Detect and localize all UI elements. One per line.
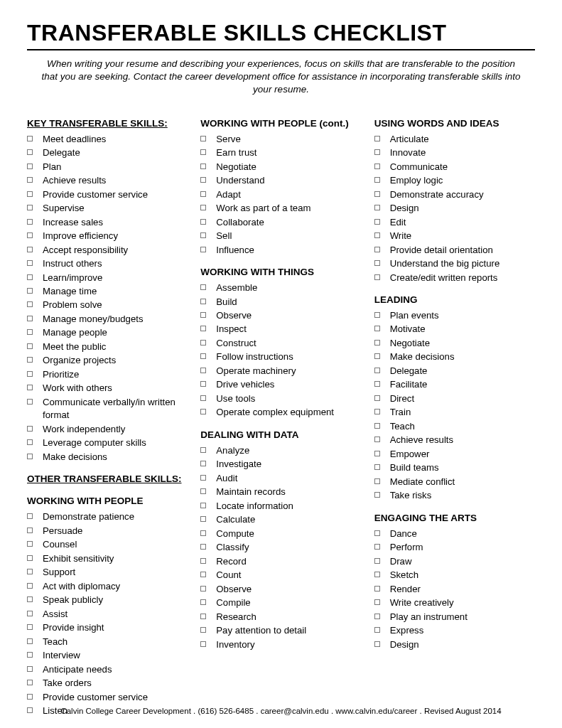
checkbox-icon[interactable] [27, 426, 33, 432]
checkbox-icon[interactable] [374, 340, 380, 346]
checkbox-icon[interactable] [374, 544, 380, 550]
checkbox-icon[interactable] [374, 353, 380, 359]
checkbox-icon[interactable] [374, 409, 380, 414]
checkbox-icon[interactable] [200, 326, 206, 331]
checkbox-icon[interactable] [374, 205, 380, 210]
checkbox-icon[interactable] [27, 232, 33, 238]
checkbox-icon[interactable] [200, 219, 206, 225]
checkbox-icon[interactable] [374, 641, 380, 647]
checkbox-icon[interactable] [374, 464, 380, 470]
checkbox-icon[interactable] [27, 164, 33, 169]
checkbox-icon[interactable] [374, 260, 380, 266]
checkbox-icon[interactable] [27, 371, 33, 377]
checkbox-icon[interactable] [27, 694, 33, 700]
checkbox-icon[interactable] [200, 614, 206, 619]
checkbox-icon[interactable] [27, 316, 33, 321]
checkbox-icon[interactable] [200, 353, 206, 359]
checkbox-icon[interactable] [27, 528, 33, 533]
checkbox-icon[interactable] [200, 503, 206, 508]
checkbox-icon[interactable] [374, 423, 380, 429]
checkbox-icon[interactable] [27, 343, 33, 349]
checkbox-icon[interactable] [374, 149, 380, 155]
checkbox-icon[interactable] [27, 569, 33, 574]
checkbox-icon[interactable] [200, 368, 206, 373]
checkbox-icon[interactable] [27, 205, 33, 210]
checkbox-icon[interactable] [374, 451, 380, 456]
checkbox-icon[interactable] [27, 652, 33, 658]
checkbox-icon[interactable] [200, 247, 206, 252]
checkbox-icon[interactable] [200, 599, 206, 605]
checkbox-icon[interactable] [374, 381, 380, 387]
checkbox-icon[interactable] [374, 558, 380, 564]
checkbox-icon[interactable] [27, 680, 33, 685]
checkbox-icon[interactable] [27, 611, 33, 616]
checkbox-icon[interactable] [27, 596, 33, 602]
checkbox-icon[interactable] [200, 475, 206, 481]
checkbox-icon[interactable] [27, 399, 33, 405]
checkbox-icon[interactable] [374, 232, 380, 238]
checkbox-icon[interactable] [200, 627, 206, 633]
checkbox-icon[interactable] [374, 395, 380, 401]
checkbox-icon[interactable] [200, 395, 206, 401]
checkbox-icon[interactable] [200, 544, 206, 550]
checkbox-icon[interactable] [27, 439, 33, 445]
checkbox-icon[interactable] [374, 614, 380, 619]
checkbox-icon[interactable] [374, 437, 380, 442]
checkbox-icon[interactable] [200, 136, 206, 141]
checkbox-icon[interactable] [200, 641, 206, 647]
checkbox-icon[interactable] [200, 149, 206, 155]
checkbox-icon[interactable] [27, 329, 33, 335]
checkbox-icon[interactable] [200, 164, 206, 169]
checkbox-icon[interactable] [27, 555, 33, 561]
checkbox-icon[interactable] [374, 247, 380, 252]
checkbox-icon[interactable] [200, 516, 206, 522]
checkbox-icon[interactable] [374, 164, 380, 169]
checkbox-icon[interactable] [200, 284, 206, 290]
checkbox-icon[interactable] [200, 461, 206, 466]
checkbox-icon[interactable] [27, 191, 33, 197]
checkbox-icon[interactable] [374, 572, 380, 577]
checkbox-icon[interactable] [200, 409, 206, 414]
checkbox-icon[interactable] [27, 357, 33, 363]
checkbox-icon[interactable] [27, 624, 33, 630]
checkbox-icon[interactable] [200, 586, 206, 592]
checkbox-icon[interactable] [27, 454, 33, 459]
checkbox-icon[interactable] [200, 530, 206, 536]
checkbox-icon[interactable] [374, 219, 380, 225]
checkbox-icon[interactable] [200, 177, 206, 183]
checkbox-icon[interactable] [27, 247, 33, 252]
checkbox-icon[interactable] [27, 177, 33, 183]
checkbox-icon[interactable] [200, 572, 206, 577]
checkbox-icon[interactable] [374, 586, 380, 592]
checkbox-icon[interactable] [27, 513, 33, 519]
checkbox-icon[interactable] [27, 136, 33, 141]
checkbox-icon[interactable] [374, 326, 380, 331]
checkbox-icon[interactable] [200, 381, 206, 387]
checkbox-icon[interactable] [27, 274, 33, 280]
checkbox-icon[interactable] [27, 219, 33, 225]
checkbox-icon[interactable] [27, 541, 33, 547]
checkbox-icon[interactable] [200, 191, 206, 197]
checkbox-icon[interactable] [27, 666, 33, 672]
checkbox-icon[interactable] [374, 627, 380, 633]
checkbox-icon[interactable] [374, 312, 380, 318]
checkbox-icon[interactable] [27, 638, 33, 644]
checkbox-icon[interactable] [200, 558, 206, 564]
checkbox-icon[interactable] [374, 368, 380, 373]
checkbox-icon[interactable] [27, 385, 33, 390]
checkbox-icon[interactable] [27, 149, 33, 155]
checkbox-icon[interactable] [374, 191, 380, 197]
checkbox-icon[interactable] [374, 478, 380, 484]
checkbox-icon[interactable] [200, 488, 206, 494]
checkbox-icon[interactable] [374, 274, 380, 280]
checkbox-icon[interactable] [374, 136, 380, 141]
checkbox-icon[interactable] [374, 177, 380, 183]
checkbox-icon[interactable] [27, 260, 33, 266]
checkbox-icon[interactable] [200, 232, 206, 238]
checkbox-icon[interactable] [374, 599, 380, 605]
checkbox-icon[interactable] [200, 205, 206, 210]
checkbox-icon[interactable] [374, 530, 380, 536]
checkbox-icon[interactable] [374, 492, 380, 498]
checkbox-icon[interactable] [200, 312, 206, 318]
checkbox-icon[interactable] [27, 301, 33, 307]
